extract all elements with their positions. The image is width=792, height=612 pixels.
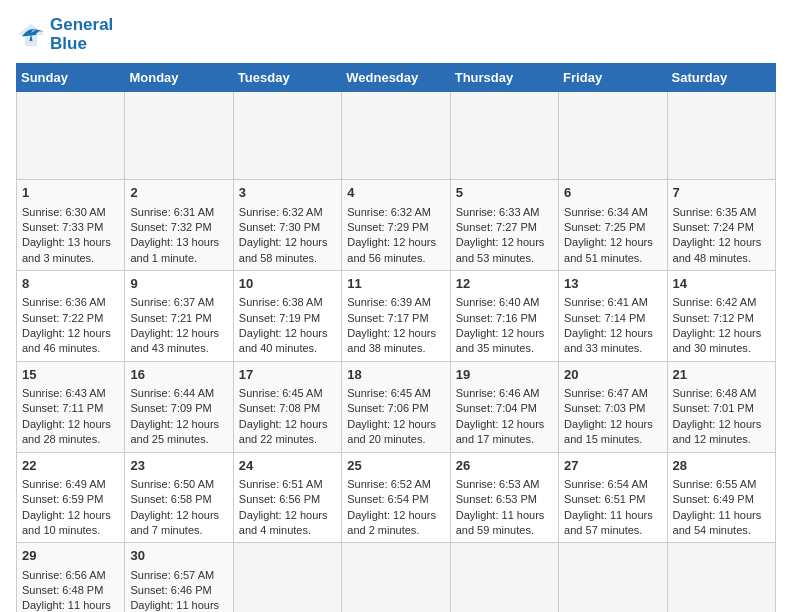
- day-number: 1: [22, 184, 119, 202]
- day-number: 4: [347, 184, 444, 202]
- sunrise-text: Sunrise: 6:55 AM: [673, 477, 770, 492]
- daylight-text: Daylight: 12 hours and 56 minutes.: [347, 235, 444, 266]
- sunrise-text: Sunrise: 6:31 AM: [130, 205, 227, 220]
- calendar-cell: 11Sunrise: 6:39 AMSunset: 7:17 PMDayligh…: [342, 271, 450, 362]
- daylight-text: Daylight: 12 hours and 17 minutes.: [456, 417, 553, 448]
- day-number: 16: [130, 366, 227, 384]
- sunrise-text: Sunrise: 6:52 AM: [347, 477, 444, 492]
- calendar-cell: 10Sunrise: 6:38 AMSunset: 7:19 PMDayligh…: [233, 271, 341, 362]
- calendar-table: SundayMondayTuesdayWednesdayThursdayFrid…: [16, 63, 776, 612]
- sunrise-text: Sunrise: 6:48 AM: [673, 386, 770, 401]
- calendar-cell: 7Sunrise: 6:35 AMSunset: 7:24 PMDaylight…: [667, 180, 775, 271]
- day-number: 10: [239, 275, 336, 293]
- logo: General Blue: [16, 16, 113, 53]
- day-number: 23: [130, 457, 227, 475]
- calendar-cell: 16Sunrise: 6:44 AMSunset: 7:09 PMDayligh…: [125, 361, 233, 452]
- calendar-cell: 28Sunrise: 6:55 AMSunset: 6:49 PMDayligh…: [667, 452, 775, 543]
- sunrise-text: Sunrise: 6:49 AM: [22, 477, 119, 492]
- sunset-text: Sunset: 6:58 PM: [130, 492, 227, 507]
- calendar-cell: [559, 543, 667, 612]
- day-number: 18: [347, 366, 444, 384]
- day-number: 5: [456, 184, 553, 202]
- sunset-text: Sunset: 7:19 PM: [239, 311, 336, 326]
- sunrise-text: Sunrise: 6:37 AM: [130, 295, 227, 310]
- daylight-text: Daylight: 12 hours and 20 minutes.: [347, 417, 444, 448]
- daylight-text: Daylight: 12 hours and 28 minutes.: [22, 417, 119, 448]
- calendar-week-row: [17, 92, 776, 180]
- day-of-week-header: Wednesday: [342, 64, 450, 92]
- daylight-text: Daylight: 11 hours and 57 minutes.: [564, 508, 661, 539]
- day-number: 30: [130, 547, 227, 565]
- sunrise-text: Sunrise: 6:44 AM: [130, 386, 227, 401]
- calendar-cell: 6Sunrise: 6:34 AMSunset: 7:25 PMDaylight…: [559, 180, 667, 271]
- daylight-text: Daylight: 12 hours and 25 minutes.: [130, 417, 227, 448]
- day-of-week-header: Tuesday: [233, 64, 341, 92]
- sunrise-text: Sunrise: 6:35 AM: [673, 205, 770, 220]
- sunset-text: Sunset: 7:11 PM: [22, 401, 119, 416]
- calendar-cell: [450, 543, 558, 612]
- sunset-text: Sunset: 6:46 PM: [130, 583, 227, 598]
- day-number: 19: [456, 366, 553, 384]
- daylight-text: Daylight: 12 hours and 22 minutes.: [239, 417, 336, 448]
- sunset-text: Sunset: 6:59 PM: [22, 492, 119, 507]
- calendar-cell: 26Sunrise: 6:53 AMSunset: 6:53 PMDayligh…: [450, 452, 558, 543]
- sunset-text: Sunset: 7:16 PM: [456, 311, 553, 326]
- sunrise-text: Sunrise: 6:47 AM: [564, 386, 661, 401]
- sunset-text: Sunset: 7:21 PM: [130, 311, 227, 326]
- day-number: 27: [564, 457, 661, 475]
- sunrise-text: Sunrise: 6:45 AM: [347, 386, 444, 401]
- calendar-cell: 4Sunrise: 6:32 AMSunset: 7:29 PMDaylight…: [342, 180, 450, 271]
- daylight-text: Daylight: 12 hours and 2 minutes.: [347, 508, 444, 539]
- day-number: 15: [22, 366, 119, 384]
- day-number: 14: [673, 275, 770, 293]
- daylight-text: Daylight: 11 hours and 59 minutes.: [456, 508, 553, 539]
- daylight-text: Daylight: 12 hours and 33 minutes.: [564, 326, 661, 357]
- sunset-text: Sunset: 7:08 PM: [239, 401, 336, 416]
- sunset-text: Sunset: 6:48 PM: [22, 583, 119, 598]
- day-number: 26: [456, 457, 553, 475]
- daylight-text: Daylight: 12 hours and 40 minutes.: [239, 326, 336, 357]
- sunset-text: Sunset: 7:33 PM: [22, 220, 119, 235]
- sunrise-text: Sunrise: 6:32 AM: [347, 205, 444, 220]
- sunset-text: Sunset: 7:04 PM: [456, 401, 553, 416]
- calendar-cell: 29Sunrise: 6:56 AMSunset: 6:48 PMDayligh…: [17, 543, 125, 612]
- sunrise-text: Sunrise: 6:36 AM: [22, 295, 119, 310]
- sunrise-text: Sunrise: 6:56 AM: [22, 568, 119, 583]
- sunrise-text: Sunrise: 6:51 AM: [239, 477, 336, 492]
- daylight-text: Daylight: 13 hours and 1 minute.: [130, 235, 227, 266]
- day-number: 28: [673, 457, 770, 475]
- sunrise-text: Sunrise: 6:46 AM: [456, 386, 553, 401]
- calendar-week-row: 15Sunrise: 6:43 AMSunset: 7:11 PMDayligh…: [17, 361, 776, 452]
- day-number: 17: [239, 366, 336, 384]
- sunset-text: Sunset: 7:32 PM: [130, 220, 227, 235]
- calendar-cell: 1Sunrise: 6:30 AMSunset: 7:33 PMDaylight…: [17, 180, 125, 271]
- sunset-text: Sunset: 6:51 PM: [564, 492, 661, 507]
- daylight-text: Daylight: 12 hours and 12 minutes.: [673, 417, 770, 448]
- daylight-text: Daylight: 11 hours and 54 minutes.: [673, 508, 770, 539]
- calendar-cell: 22Sunrise: 6:49 AMSunset: 6:59 PMDayligh…: [17, 452, 125, 543]
- calendar-week-row: 8Sunrise: 6:36 AMSunset: 7:22 PMDaylight…: [17, 271, 776, 362]
- logo-icon: [16, 20, 46, 50]
- day-of-week-header: Friday: [559, 64, 667, 92]
- day-number: 11: [347, 275, 444, 293]
- calendar-cell: [667, 92, 775, 180]
- day-number: 7: [673, 184, 770, 202]
- sunset-text: Sunset: 6:56 PM: [239, 492, 336, 507]
- calendar-cell: [667, 543, 775, 612]
- day-number: 6: [564, 184, 661, 202]
- calendar-cell: 23Sunrise: 6:50 AMSunset: 6:58 PMDayligh…: [125, 452, 233, 543]
- calendar-cell: [450, 92, 558, 180]
- sunset-text: Sunset: 7:14 PM: [564, 311, 661, 326]
- calendar-cell: [233, 543, 341, 612]
- day-number: 21: [673, 366, 770, 384]
- sunset-text: Sunset: 7:29 PM: [347, 220, 444, 235]
- sunrise-text: Sunrise: 6:30 AM: [22, 205, 119, 220]
- sunset-text: Sunset: 7:30 PM: [239, 220, 336, 235]
- daylight-text: Daylight: 11 hours and 49 minutes.: [130, 598, 227, 612]
- day-number: 24: [239, 457, 336, 475]
- sunset-text: Sunset: 7:09 PM: [130, 401, 227, 416]
- calendar-cell: 24Sunrise: 6:51 AMSunset: 6:56 PMDayligh…: [233, 452, 341, 543]
- sunset-text: Sunset: 7:25 PM: [564, 220, 661, 235]
- calendar-cell: 15Sunrise: 6:43 AMSunset: 7:11 PMDayligh…: [17, 361, 125, 452]
- sunrise-text: Sunrise: 6:33 AM: [456, 205, 553, 220]
